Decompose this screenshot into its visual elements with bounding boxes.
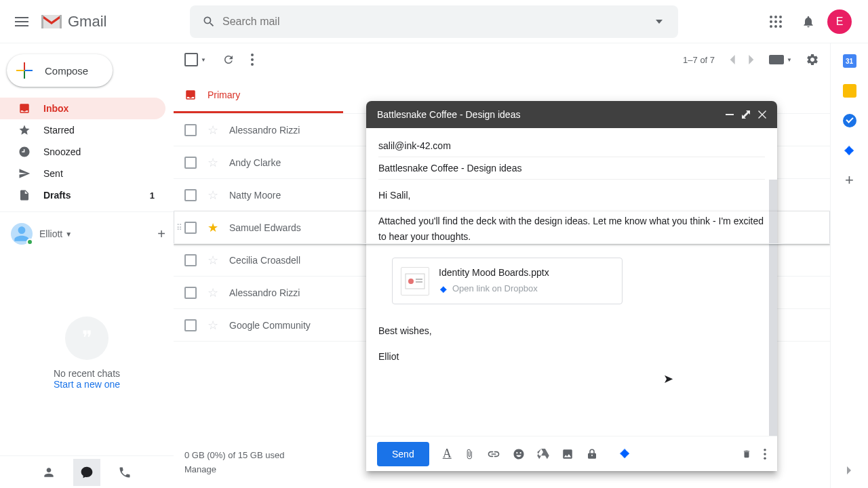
svg-rect-18 (416, 281, 422, 283)
phone-tab-icon[interactable] (111, 459, 138, 486)
row-checkbox[interactable] (184, 287, 197, 299)
app-name: Gmail (68, 13, 106, 30)
star-icon[interactable]: ☆ (208, 285, 218, 300)
hangouts-tab-icon[interactable] (73, 459, 100, 486)
compose-button[interactable]: Compose (7, 54, 113, 87)
main-menu-button[interactable] (5, 5, 38, 38)
chat-bubble-icon: ❞ (65, 317, 108, 360)
svg-point-7 (779, 20, 782, 23)
compose-footer: Send A ⯁ (366, 436, 777, 471)
compose-titlebar[interactable]: Battlesnake Coffee - Design ideas (366, 101, 777, 128)
send-button[interactable]: Send (377, 442, 429, 466)
expand-panel-button[interactable] (843, 464, 856, 477)
tab-primary[interactable]: Primary (174, 76, 343, 113)
clock-icon (18, 145, 31, 159)
manage-storage-link[interactable]: Manage (184, 464, 216, 474)
select-all-checkbox[interactable] (184, 53, 198, 66)
tasks-addon-icon[interactable] (843, 114, 856, 127)
svg-point-6 (774, 20, 777, 23)
row-checkbox[interactable] (184, 222, 197, 234)
row-checkbox[interactable] (184, 124, 197, 136)
add-contact-button[interactable]: + (157, 226, 165, 242)
side-panel: 31 ⯁ + (830, 43, 868, 488)
svg-point-20 (764, 453, 766, 455)
minimize-icon[interactable] (726, 114, 734, 115)
close-icon[interactable] (758, 110, 766, 119)
compose-title: Battlesnake Coffee - Design ideas (377, 109, 717, 120)
dropbox-icon[interactable]: ⯁ (618, 446, 632, 462)
svg-point-9 (774, 25, 777, 28)
select-dropdown[interactable]: ▼ (201, 57, 206, 63)
row-checkbox[interactable] (184, 319, 197, 331)
dropbox-addon-icon[interactable]: ⯁ (843, 144, 856, 157)
compose-to-field[interactable]: salil@ink-42.com (378, 135, 765, 157)
svg-point-12 (251, 58, 254, 61)
search-box[interactable] (190, 5, 678, 38)
sidebar-item-starred[interactable]: Starred (0, 119, 165, 141)
sidebar-item-sent[interactable]: Sent (0, 163, 165, 184)
compose-subject-field[interactable]: Battlesnake Coffee - Design ideas (378, 157, 765, 180)
prev-page-button[interactable] (728, 55, 735, 64)
get-addons-button[interactable]: + (843, 174, 856, 187)
more-button[interactable] (251, 54, 254, 66)
sidebar-item-drafts[interactable]: Drafts 1 (0, 184, 165, 206)
svg-point-16 (408, 279, 414, 284)
account-avatar[interactable]: E (827, 9, 852, 34)
attach-icon[interactable] (464, 447, 475, 461)
svg-point-4 (779, 16, 782, 18)
calendar-addon-icon[interactable]: 31 (843, 54, 856, 68)
formatting-icon[interactable]: A (443, 447, 452, 461)
next-page-button[interactable] (749, 55, 755, 64)
drive-icon[interactable] (537, 449, 549, 460)
link-icon[interactable] (487, 451, 500, 458)
emoji-icon[interactable] (513, 448, 525, 460)
primary-tab-icon (184, 89, 197, 101)
star-icon[interactable]: ☆ (208, 155, 218, 170)
app-header: Gmail E (0, 0, 868, 43)
pptx-file-icon (401, 267, 429, 296)
star-icon[interactable]: ☆ (208, 188, 218, 203)
keep-addon-icon[interactable] (843, 84, 856, 98)
svg-point-13 (251, 63, 254, 66)
search-icon[interactable] (195, 15, 222, 28)
drag-handle-icon[interactable]: ⠿ (176, 223, 184, 232)
row-checkbox[interactable] (184, 254, 197, 266)
image-icon[interactable] (561, 448, 574, 460)
settings-button[interactable] (806, 53, 819, 66)
refresh-button[interactable] (222, 54, 235, 66)
file-icon (18, 188, 31, 202)
mail-toolbar: ▼ 1–7 of 7 ▼ (174, 43, 830, 76)
confidential-icon[interactable] (586, 448, 598, 460)
discard-icon[interactable] (742, 448, 751, 460)
fullscreen-icon[interactable] (742, 110, 750, 119)
search-options-dropdown[interactable] (646, 20, 673, 24)
search-input[interactable] (222, 16, 646, 28)
notifications-icon[interactable] (795, 8, 822, 35)
pagination-info: 1–7 of 7 (683, 55, 715, 65)
row-checkbox[interactable] (184, 157, 197, 169)
more-options-icon[interactable] (764, 449, 766, 460)
gmail-logo[interactable]: Gmail (41, 13, 163, 30)
gmail-icon (41, 14, 62, 30)
star-icon[interactable]: ★ (208, 220, 218, 235)
contacts-tab-icon[interactable] (35, 459, 62, 486)
svg-rect-17 (416, 279, 422, 280)
row-checkbox[interactable] (184, 189, 197, 201)
sidebar-item-snoozed[interactable]: Snoozed (0, 141, 165, 163)
input-tools-button[interactable]: ▼ (769, 55, 792, 64)
mail-row[interactable]: ⠿★Samuel Edwards (174, 211, 830, 244)
svg-rect-1 (60, 15, 62, 28)
apps-grid-icon[interactable] (762, 8, 789, 35)
sidebar: Compose Inbox Starred Snoozed Sent Draft… (0, 43, 174, 488)
compose-plus-icon (16, 62, 33, 79)
hangouts-user[interactable]: Elliott ▼ + (0, 218, 174, 250)
svg-point-5 (770, 20, 772, 23)
sidebar-item-inbox[interactable]: Inbox (0, 98, 165, 119)
user-avatar-icon (11, 223, 33, 245)
star-icon[interactable]: ☆ (208, 123, 218, 138)
star-icon[interactable]: ☆ (208, 318, 218, 333)
attachment-chip[interactable]: Identity Mood Boards.pptx ⯁Open link on … (392, 258, 623, 304)
star-icon[interactable]: ☆ (208, 253, 218, 268)
start-chat-link[interactable]: Start a new one (54, 379, 120, 390)
svg-point-10 (779, 25, 782, 28)
